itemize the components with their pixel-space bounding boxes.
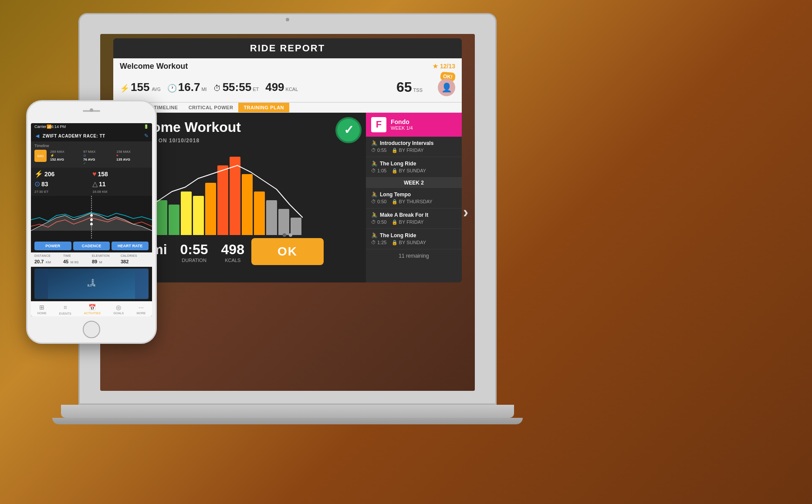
bike-icon-2: 🚴 [371, 161, 378, 167]
week-2-header: WEEK 2 [366, 178, 462, 188]
nav-activities[interactable]: 📅 ACTIVITIES [84, 304, 101, 315]
calories-stat-value: 382 [121, 257, 149, 265]
workout-item-5-detail: ⏱ 1:25 🔒 BY SUNDAY [371, 240, 457, 245]
cadence-filter-button[interactable]: CADENCE [73, 242, 110, 250]
battery-icon: 🔋 [144, 124, 149, 129]
rr-tss-value: 65 [396, 79, 412, 95]
power-filter-button[interactable]: POWER [34, 242, 71, 250]
nav-home-label: HOME [37, 312, 47, 315]
workout-item-3-title: 🚴 Long Tempo [371, 192, 457, 198]
fondo-title: Fondo WEEK 1/4 [391, 118, 413, 131]
chart-duration-label: DURATION [180, 258, 208, 263]
time-value: 27:30 ET [34, 190, 48, 194]
chart-bar-5 [169, 205, 179, 235]
elevation-stat-item: ELEVATION 89 M [92, 254, 120, 265]
chart-bar-15 [291, 218, 301, 235]
nav-goals[interactable]: ◎ GOALS [113, 304, 124, 315]
rr-time-value: 55:55 [223, 81, 252, 94]
heart-rate-filter-button[interactable]: HEART RATE [112, 242, 149, 250]
rr-subtitle-row: Welcome Workout ★ 12/13 [113, 58, 462, 74]
power-max: 289 MAX [50, 150, 82, 154]
rr-training-sidebar: F Fondo WEEK 1/4 🚴 Introductory Interval… [366, 113, 462, 282]
rider-avatar: IMG [34, 150, 47, 162]
distance-stat-label: DISTANCE [34, 254, 62, 257]
hr-reading: ♥ 158 [92, 170, 149, 178]
fondo-header: F Fondo WEEK 1/4 [366, 113, 462, 137]
bike-icon-3: 🚴 [371, 192, 378, 198]
chart-metric-kcals: 498 Kcals [221, 242, 244, 263]
rr-power-value: 155 [131, 81, 149, 94]
elevation-reading: △ 11 [92, 180, 149, 188]
rr-stat-distance: 🕐 16.7 mi [167, 81, 207, 94]
svg-text:🏞: 🏞 [87, 278, 96, 288]
rr-workout-name: Welcome Workout [120, 62, 424, 71]
rr-rating: ★ 12/13 [433, 63, 455, 70]
nav-events[interactable]: ⌗ EVENTS [59, 304, 71, 315]
checkmark-badge: ✓ [335, 117, 362, 143]
workout-item-3-detail: ⏱ 0:50 🔒 BY THURSDAY [371, 199, 457, 205]
bike-icon-1: 🚴 [371, 140, 378, 146]
workout-item-1-detail: ⏱ 0:55 🔒 BY FRIDAY [371, 148, 457, 153]
fondo-plan-week: WEEK 1/4 [391, 125, 413, 131]
rr-power-label: AVG [152, 87, 160, 92]
power-current: 206 [44, 171, 54, 178]
laptop-base [61, 405, 514, 418]
svg-point-3 [90, 223, 93, 225]
timeline-label: Timeline [34, 144, 149, 148]
edit-button[interactable]: ✎ [144, 133, 149, 139]
nav-goals-label: GOALS [113, 312, 124, 315]
phone-chart [31, 196, 152, 239]
rr-tss-unit: TSS [413, 87, 423, 93]
distance-icon: 🕐 [167, 84, 177, 93]
rr-calories-value: 499 [265, 81, 284, 94]
workout-item-5: 🚴 The Long Ride ⏱ 1:25 🔒 BY SUNDAY [366, 229, 462, 249]
tab-training-plan[interactable]: TRAINING PLAN [238, 103, 289, 112]
nav-home[interactable]: ⊞ HOME [37, 304, 47, 315]
timeline-stats-grid: 289 MAX ⚡ 152 AVG 97 MAX ⊙ 76 AVG ✓ 158 … [50, 150, 149, 165]
rr-stat-power: ⚡ 155 AVG [120, 81, 161, 94]
time-icon: ⏱ [213, 84, 221, 93]
hr-current: 158 [98, 171, 108, 178]
phone-stats-row: DISTANCE 20.7 KM TIME 45 M 9S ELEVATION [31, 252, 152, 267]
rider-row: IMG 289 MAX ⚡ 152 AVG 97 MAX ⊙ 76 AVG ✓ [34, 150, 149, 165]
chart-bar-6 [181, 192, 192, 235]
nav-more-label: MORE [136, 312, 145, 315]
distance-stat-value: 20.7 KM [34, 257, 62, 265]
phone-home-button[interactable] [83, 321, 100, 338]
calories-stat-label: CALORIES [121, 254, 149, 257]
workout-item-2-title: 🚴 The Long Ride [371, 161, 457, 167]
phone-header: ◄ ZWIFT ACADEMY RACE: TT ✎ [31, 130, 152, 141]
back-button[interactable]: ◄ [34, 132, 41, 139]
hr-avg: 135 AVG [116, 158, 149, 161]
ok-button[interactable]: OK [251, 238, 324, 265]
tab-critical-power[interactable]: CRITICAL POWER [183, 103, 239, 112]
check-icon: ✓ [83, 161, 115, 165]
rr-stat-tss: 65 TSS [396, 79, 423, 95]
carrier-label: Carrier [34, 124, 47, 129]
page-dots [283, 233, 292, 237]
hr-heart-icon: ♥ [92, 170, 97, 178]
home-icon: ⊞ [39, 304, 44, 311]
phone-bottom-nav: ⊞ HOME ⌗ EVENTS 📅 ACTIVITIES ◎ GOALS ··· [31, 301, 152, 316]
activities-icon: 📅 [88, 304, 96, 311]
chart-bar-9 [217, 165, 228, 235]
phone-filter-buttons: POWER CADENCE HEART RATE [31, 239, 152, 252]
next-arrow[interactable]: › [463, 203, 468, 222]
elevation-icon: △ [92, 180, 98, 188]
workout-item-1: 🚴 Introductory Intervals ⏱ 0:55 🔒 BY FRI… [366, 137, 462, 157]
rr-calories-unit: KCAL [286, 87, 298, 92]
hr-max: 158 MAX [116, 150, 149, 154]
rr-stat-time: ⏱ 55:55 ET [213, 81, 259, 94]
rr-time-unit: ET [253, 87, 259, 92]
nav-more[interactable]: ··· MORE [136, 304, 145, 315]
dot-2 [289, 233, 292, 237]
chart-bar-10 [230, 157, 240, 235]
ride-report-panel: RIDE REPORT Welcome Workout ★ 12/13 ⚡ 15… [113, 38, 462, 282]
workout-item-2-detail: ⏱ 1:05 🔒 BY SUNDAY [371, 168, 457, 174]
power-reading: ⚡ 206 [34, 170, 91, 178]
rr-tabs: GENERAL TIMELINE CRITICAL POWER TRAINING… [113, 103, 462, 113]
laptop-camera [286, 18, 289, 21]
cadence-current: 83 [41, 181, 48, 188]
workout-item-4-title: 🚴 Make A Break For It [371, 212, 457, 218]
calories-stat-item: CALORIES 382 [121, 254, 149, 265]
